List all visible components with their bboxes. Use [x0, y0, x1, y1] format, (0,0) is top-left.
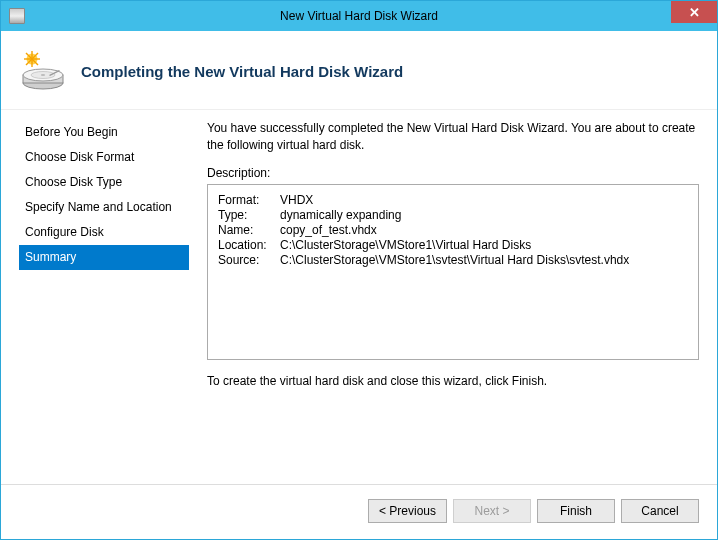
sidebar-item-before-you-begin[interactable]: Before You Begin [19, 120, 189, 145]
description-row: Type:dynamically expanding [218, 208, 629, 223]
description-key: Type: [218, 208, 280, 223]
sidebar-item-configure-disk[interactable]: Configure Disk [19, 220, 189, 245]
sidebar-item-summary[interactable]: Summary [19, 245, 189, 270]
description-key: Location: [218, 238, 280, 253]
close-button[interactable]: ✕ [671, 1, 717, 23]
description-box: Format:VHDXType:dynamically expandingNam… [207, 184, 699, 360]
previous-button[interactable]: < Previous [368, 499, 447, 523]
cancel-button[interactable]: Cancel [621, 499, 699, 523]
svg-point-4 [41, 74, 45, 76]
description-key: Source: [218, 253, 280, 268]
description-value: dynamically expanding [280, 208, 629, 223]
page-title: Completing the New Virtual Hard Disk Wiz… [81, 63, 403, 80]
wizard-footer: < Previous Next > Finish Cancel [1, 484, 717, 539]
description-value: VHDX [280, 193, 629, 208]
titlebar: New Virtual Hard Disk Wizard ✕ [1, 1, 717, 31]
description-value: C:\ClusterStorage\VMStore1\svtest\Virtua… [280, 253, 629, 268]
hard-disk-icon [19, 47, 67, 95]
finish-button[interactable]: Finish [537, 499, 615, 523]
description-value: C:\ClusterStorage\VMStore1\Virtual Hard … [280, 238, 629, 253]
description-value: copy_of_test.vhdx [280, 223, 629, 238]
description-key: Format: [218, 193, 280, 208]
sidebar-item-specify-name-and-location[interactable]: Specify Name and Location [19, 195, 189, 220]
intro-text: You have successfully completed the New … [207, 120, 699, 154]
content-area: Before You BeginChoose Disk FormatChoose… [1, 110, 717, 484]
description-label: Description: [207, 166, 699, 180]
sidebar-item-choose-disk-format[interactable]: Choose Disk Format [19, 145, 189, 170]
description-row: Location:C:\ClusterStorage\VMStore1\Virt… [218, 238, 629, 253]
wizard-steps-sidebar: Before You BeginChoose Disk FormatChoose… [19, 120, 189, 484]
description-row: Source:C:\ClusterStorage\VMStore1\svtest… [218, 253, 629, 268]
main-panel: You have successfully completed the New … [207, 120, 699, 484]
window-title: New Virtual Hard Disk Wizard [1, 9, 717, 23]
description-key: Name: [218, 223, 280, 238]
close-icon: ✕ [689, 5, 700, 20]
wizard-header: Completing the New Virtual Hard Disk Wiz… [1, 31, 717, 109]
description-table: Format:VHDXType:dynamically expandingNam… [218, 193, 629, 268]
description-row: Name:copy_of_test.vhdx [218, 223, 629, 238]
next-button[interactable]: Next > [453, 499, 531, 523]
finish-instruction-text: To create the virtual hard disk and clos… [207, 374, 699, 388]
sidebar-item-choose-disk-type[interactable]: Choose Disk Type [19, 170, 189, 195]
wizard-window: New Virtual Hard Disk Wizard ✕ [0, 0, 718, 540]
description-row: Format:VHDX [218, 193, 629, 208]
